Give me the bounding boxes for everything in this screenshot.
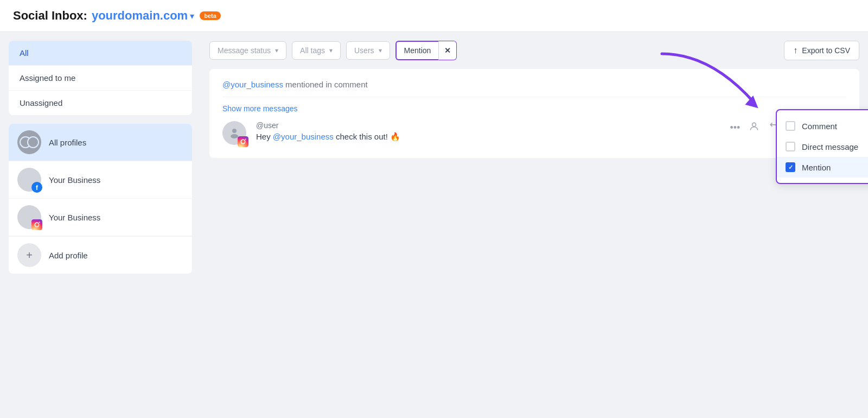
instagram-icon [31,219,42,230]
message-status-filter[interactable]: Message status ▾ [209,41,286,60]
main-layout: All Assigned to me Unassigned All profil… [0,32,868,416]
facebook-profile-avatar: f [17,168,41,192]
show-more-link[interactable]: Show more messages [222,104,298,113]
mention-filter-clear[interactable]: ✕ [439,41,457,60]
message-row: @user Hey @your_business check this out!… [222,121,846,147]
show-more-row: Show more messages [222,104,846,113]
direct-message-checkbox[interactable] [786,142,795,151]
message-social-icon [238,136,248,147]
profile-item-instagram[interactable]: Your Business [9,199,192,236]
add-profile-label: Add profile [49,251,88,260]
sidebar-profiles: All profiles f Your Business [9,124,192,274]
message-body: Hey @your_business check this out! 🔥 [256,132,722,142]
message-username: @user [256,121,722,130]
mention-filter-group: Mention ✕ [395,41,457,60]
svg-rect-0 [31,219,42,230]
dropdown-item-direct-message[interactable]: Direct message [777,136,868,157]
message-card: @your_business mentioned in comment Show… [209,69,859,158]
sidebar-item-assigned[interactable]: Assigned to me [9,66,192,91]
dropdown-item-comment[interactable]: Comment [777,116,868,136]
svg-point-8 [752,123,756,126]
profile-item-facebook[interactable]: f Your Business [9,161,192,199]
two-circles-icon [20,136,39,148]
message-status-chevron-icon: ▾ [275,47,278,54]
direct-message-label: Direct message [802,142,858,151]
all-tags-filter[interactable]: All tags ▾ [292,41,341,60]
message-preview: @your_business mentioned in comment [222,80,846,97]
profile-item-all[interactable]: All profiles [9,124,192,161]
main-content: Message status ▾ All tags ▾ Users ▾ Ment… [201,32,868,416]
svg-point-4 [231,134,238,138]
message-text-suffix: check this out! 🔥 [334,132,400,141]
dropdown-item-mention[interactable]: Mention [777,157,868,178]
sidebar-item-unassigned[interactable]: Unassigned [9,91,192,115]
circle-2 [27,136,39,148]
users-chevron-icon: ▾ [379,47,382,54]
mention-checkbox[interactable] [786,162,795,172]
filter-bar: Message status ▾ All tags ▾ Users ▾ Ment… [209,41,859,60]
domain-chevron-icon[interactable]: ▾ [190,11,194,21]
users-filter[interactable]: Users ▾ [346,41,390,60]
message-avatar-wrap [222,121,248,147]
preview-mention-text: mentioned in comment [285,80,368,89]
more-options-icon[interactable]: ••• [730,122,740,134]
comment-checkbox[interactable] [786,121,795,131]
add-profile-item[interactable]: + Add profile [9,236,192,274]
sidebar-nav: All Assigned to me Unassigned [9,41,192,115]
svg-point-7 [245,138,246,140]
preview-mention-user: @your_business [222,80,283,89]
message-text-content: @user Hey @your_business check this out!… [256,121,722,142]
sidebar: All Assigned to me Unassigned All profil… [0,32,201,416]
export-icon: ↑ [793,46,797,55]
mention-filter-button[interactable]: Mention [395,41,439,60]
app-title: Social Inbox: [13,9,87,23]
all-profiles-avatar [17,130,41,154]
all-profiles-label: All profiles [49,138,86,147]
facebook-profile-label: Your Business [49,175,100,185]
message-mention: @your_business [273,132,334,141]
instagram-profile-avatar [17,205,41,229]
svg-point-2 [39,221,40,223]
add-profile-icon: + [17,243,41,267]
mention-dropdown: Comment Direct message Mention [776,109,868,184]
sidebar-item-all[interactable]: All [9,41,192,66]
export-csv-button[interactable]: ↑ Export to CSV [784,41,859,60]
all-tags-chevron-icon: ▾ [329,47,333,54]
svg-point-3 [232,129,237,133]
assign-icon[interactable] [749,121,760,135]
mention-label: Mention [802,163,831,172]
comment-label: Comment [802,122,837,131]
facebook-icon: f [31,182,42,193]
instagram-profile-label: Your Business [49,213,100,222]
app-header: Social Inbox: yourdomain.com ▾ beta [0,0,868,32]
svg-rect-5 [238,136,248,147]
message-text-prefix: Hey [256,132,273,141]
beta-badge: beta [200,11,221,20]
domain-link[interactable]: yourdomain.com [92,9,188,23]
